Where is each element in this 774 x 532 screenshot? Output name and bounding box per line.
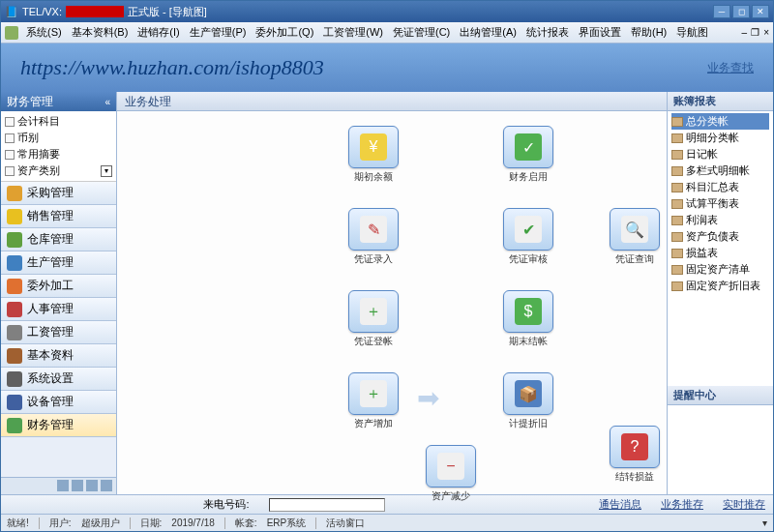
nav-item-委外加工[interactable]: 委外加工 — [1, 275, 116, 298]
nav-label: 基本资料 — [27, 347, 74, 364]
module-qmjz[interactable]: $期末结帐 — [499, 290, 557, 348]
sidebar-header: 财务管理 « — [1, 92, 116, 111]
report-item[interactable]: 明细分类帐 — [671, 130, 769, 146]
module-pzlr[interactable]: ✎凭证录入 — [344, 208, 402, 266]
nav-icon — [7, 279, 22, 294]
report-item[interactable]: 日记帐 — [671, 146, 769, 163]
minimize-button[interactable]: ─ — [713, 5, 730, 18]
close-button[interactable]: ✕ — [752, 5, 769, 18]
maximize-button[interactable]: ◻ — [732, 5, 750, 18]
nav-item-仓库管理[interactable]: 仓库管理 — [1, 228, 116, 251]
pending-link[interactable]: 业务推存 — [661, 497, 703, 512]
menu-cashier[interactable]: 出纳管理(A) — [456, 23, 521, 42]
footer-icon[interactable] — [101, 480, 112, 491]
nav-item-工资管理[interactable]: 工资管理 — [1, 321, 116, 344]
menu-reports[interactable]: 统计报表 — [522, 23, 573, 42]
incoming-input[interactable] — [269, 498, 385, 512]
menu-outsourcing[interactable]: 委外加工(Q) — [252, 23, 317, 42]
nav-item-销售管理[interactable]: 销售管理 — [1, 205, 116, 228]
nav-label: 财务管理 — [27, 417, 74, 433]
report-icon — [671, 133, 683, 143]
tree-node[interactable]: 常用摘要 — [5, 146, 112, 163]
module-pzcx[interactable]: 🔍凭证查询 — [606, 208, 664, 266]
title-suffix: 正式版 - [导航图] — [128, 5, 207, 19]
realtime-link[interactable]: 实时推存 — [723, 497, 765, 512]
dropdown-icon[interactable]: ▾ — [101, 165, 112, 177]
module-zczj[interactable]: ＋资产增加 — [344, 372, 402, 430]
report-item[interactable]: 总分类帐 — [671, 113, 769, 130]
report-item[interactable]: 固定资产折旧表 — [671, 278, 769, 294]
tree-node[interactable]: 币别 — [5, 130, 112, 146]
report-label: 损益表 — [686, 246, 718, 260]
nav-item-基本资料[interactable]: 基本资料 — [1, 344, 116, 368]
menu-help[interactable]: 帮助(H) — [627, 23, 670, 42]
footer-icon[interactable] — [86, 480, 98, 491]
module-cwqy[interactable]: ✓财务启用 — [499, 126, 557, 184]
status-acct: ERP系统 — [267, 517, 307, 530]
module-pzdz[interactable]: ＋凭证登帐 — [344, 290, 402, 348]
menu-basic[interactable]: 基本资料(B) — [68, 23, 133, 42]
footer-icon[interactable] — [72, 480, 83, 491]
nav-item-系统设置[interactable]: 系统设置 — [1, 368, 116, 391]
nav-item-人事管理[interactable]: 人事管理 — [1, 298, 116, 321]
incoming-label: 来电号码: — [203, 497, 249, 512]
status-user: 超级用户 — [81, 517, 120, 530]
nav-label: 销售管理 — [27, 208, 74, 224]
canvas-wrap: 业务处理 ➡ ¥期初余额✓财务启用✎凭证录入✔凭证审核🔍凭证查询＋凭证登帐$期末… — [117, 92, 667, 494]
module-label: 资产减少 — [422, 489, 480, 503]
report-item[interactable]: 多栏式明细帐 — [671, 163, 769, 179]
sidebar-collapse-icon[interactable]: « — [104, 97, 110, 107]
module-icon: ¥ — [360, 133, 387, 161]
statusbar: 就绪! 用户:超级用户 日期:2019/7/18 帐套:ERP系统 活动窗口 ▾ — [1, 514, 773, 531]
report-label: 日记帐 — [686, 147, 718, 162]
report-item[interactable]: 资产负债表 — [671, 228, 769, 245]
module-label: 资产增加 — [344, 417, 402, 430]
arrow-icon: ➡ — [417, 382, 439, 414]
canvas: ➡ ¥期初余额✓财务启用✎凭证录入✔凭证审核🔍凭证查询＋凭证登帐$期末结帐＋资产… — [117, 111, 667, 494]
menu-navmap[interactable]: 导航图 — [672, 23, 712, 42]
footer-icon[interactable] — [57, 480, 69, 491]
right-panel: 账簿报表 总分类帐明细分类帐日记帐多栏式明细帐科目汇总表试算平衡表利润表资产负债… — [667, 92, 773, 494]
report-icon — [671, 117, 683, 127]
module-jtzj[interactable]: 📦计提折旧 — [499, 372, 557, 430]
tree-node[interactable]: 资产类别▾ — [5, 163, 112, 179]
module-qcye[interactable]: ¥期初余额 — [344, 126, 402, 184]
menu-inventory[interactable]: 进销存(I) — [134, 23, 183, 42]
mdi-close[interactable]: × — [763, 27, 769, 38]
mdi-minimize[interactable]: – — [742, 27, 748, 38]
module-jzsy[interactable]: ?结转损益 — [606, 426, 664, 484]
nav-icon — [7, 255, 22, 271]
report-icon — [671, 232, 683, 242]
module-label: 财务启用 — [499, 170, 557, 184]
nav-label: 系统设置 — [27, 370, 74, 387]
banner-url: https://www.huzhan.com/ishop8803 — [20, 55, 324, 80]
nav-item-生产管理[interactable]: 生产管理 — [1, 251, 116, 275]
notify-link[interactable]: 通告消息 — [599, 497, 641, 512]
report-item[interactable]: 固定资产清单 — [671, 261, 769, 278]
module-label: 期末结帐 — [499, 335, 557, 348]
module-pzsh[interactable]: ✔凭证审核 — [499, 208, 557, 266]
menu-production[interactable]: 生产管理(P) — [186, 23, 251, 42]
nav-icon — [7, 418, 22, 433]
menu-salary[interactable]: 工资管理(W) — [319, 23, 387, 42]
user-icon — [5, 26, 18, 40]
menu-system[interactable]: 系统(S) — [22, 23, 66, 42]
nav-item-设备管理[interactable]: 设备管理 — [1, 391, 116, 414]
main: 业务处理 ➡ ¥期初余额✓财务启用✎凭证录入✔凭证审核🔍凭证查询＋凭证登帐$期末… — [117, 92, 773, 494]
tree-node[interactable]: 会计科目 — [5, 113, 112, 130]
module-label: 结转损益 — [606, 470, 664, 484]
menu-ui[interactable]: 界面设置 — [575, 23, 625, 42]
module-zcjs[interactable]: −资产减少 — [422, 445, 480, 503]
report-icon — [671, 249, 683, 258]
menu-voucher[interactable]: 凭证管理(C) — [389, 23, 454, 42]
nav-item-财务管理[interactable]: 财务管理 — [1, 414, 116, 437]
report-item[interactable]: 损益表 — [671, 245, 769, 261]
report-item[interactable]: 利润表 — [671, 212, 769, 228]
nav-item-采购管理[interactable]: 采购管理 — [1, 182, 116, 205]
mdi-restore[interactable]: ❐ — [751, 27, 759, 38]
report-item[interactable]: 科目汇总表 — [671, 179, 769, 195]
report-item[interactable]: 试算平衡表 — [671, 195, 769, 212]
banner: https://www.huzhan.com/ishop8803 业务查找 — [1, 44, 773, 92]
sidebar-footer — [1, 477, 116, 494]
banner-link[interactable]: 业务查找 — [707, 60, 754, 76]
